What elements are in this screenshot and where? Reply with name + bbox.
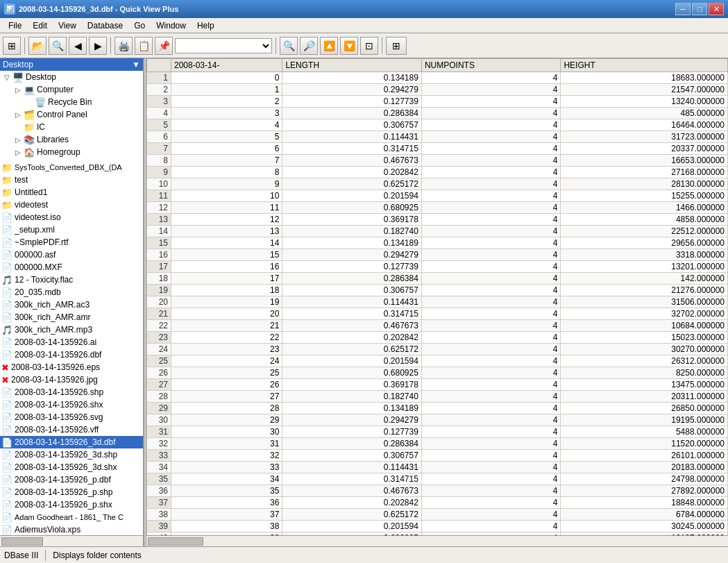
col-header-length[interactable]: LENGTH bbox=[282, 59, 422, 72]
table-row[interactable]: 15140.134189429656.000000 bbox=[147, 237, 728, 249]
table-row[interactable]: 320.127739413240.000000 bbox=[147, 96, 728, 108]
table-hscroll-thumb[interactable] bbox=[148, 537, 203, 546]
col-header-date[interactable]: 2008-03-14- bbox=[171, 59, 282, 72]
table-row[interactable]: 14130.182740422512.000000 bbox=[147, 226, 728, 237]
tree-item-test[interactable]: 📁 test bbox=[0, 174, 143, 186]
tree-item-ai[interactable]: 📄 2008-03-14-135926.ai bbox=[0, 336, 143, 348]
table-row[interactable]: 12110.68092541466.000000 bbox=[147, 202, 728, 214]
tree-item-3d-shx[interactable]: 📄 2008-03-14-135926_3d.shx bbox=[0, 461, 143, 473]
table-row[interactable]: 760.314715420337.000000 bbox=[147, 143, 728, 155]
find-next-button[interactable]: 🔎 bbox=[300, 37, 318, 55]
close-button[interactable]: ✕ bbox=[709, 3, 724, 15]
table-row[interactable]: 24230.625172430270.000000 bbox=[147, 344, 728, 355]
tree-item-p-shx[interactable]: 📄 2008-03-14-135926_p.shx bbox=[0, 498, 143, 511]
find-prev-button[interactable]: 🔍 bbox=[280, 37, 298, 55]
search-button[interactable]: 🔍 bbox=[49, 37, 67, 55]
tree-item-svg[interactable]: 📄 2008-03-14-135926.svg bbox=[0, 411, 143, 423]
table-row[interactable]: 21200.314715432702.000000 bbox=[147, 308, 728, 320]
tree-item-jpg[interactable]: ✖ 2008-03-14-135926.jpg bbox=[0, 373, 143, 386]
expand-homegroup[interactable]: ▷ bbox=[12, 149, 24, 156]
tree-item-p-shp[interactable]: 📄 2008-03-14-135926_p.shp bbox=[0, 486, 143, 498]
menu-help[interactable]: Help bbox=[192, 19, 220, 32]
table-row[interactable]: 23220.202842415023.000000 bbox=[147, 332, 728, 344]
table-row[interactable]: 36350.467673427892.000000 bbox=[147, 485, 728, 497]
minimize-button[interactable]: ─ bbox=[675, 3, 691, 15]
table-row[interactable]: 33320.306757426101.000000 bbox=[147, 450, 728, 462]
tree-item-3d-shp[interactable]: 📄 2008-03-14-135926_3d.shp bbox=[0, 448, 143, 461]
table-row[interactable]: 34330.114431420183.000000 bbox=[147, 462, 728, 473]
table-row[interactable]: 31300.12773945488.000000 bbox=[147, 426, 728, 438]
print-button[interactable]: 🖨️ bbox=[115, 37, 133, 55]
table-row[interactable]: 38370.62517246784.000000 bbox=[147, 509, 728, 521]
tree-item-smplepdf[interactable]: 📄 ~SmplePDF.rtf bbox=[0, 236, 143, 249]
table-row[interactable]: 540.306757416464.000000 bbox=[147, 119, 728, 131]
tree-item-systools[interactable]: 📁 SysTools_Converted_DBX_(DA bbox=[0, 161, 143, 174]
menu-window[interactable]: Window bbox=[151, 19, 192, 32]
tree-item-computer[interactable]: ▷ 💻 Computer bbox=[0, 83, 143, 96]
data-table-container[interactable]: 2008-03-14- LENGTH NUMPOINTS HEIGHT 100.… bbox=[146, 58, 728, 535]
tree-item-000000-mxf[interactable]: 📄 000000.MXF bbox=[0, 261, 143, 274]
expand-control-panel[interactable]: ▷ bbox=[12, 111, 24, 119]
menu-file[interactable]: File bbox=[3, 19, 27, 32]
table-row[interactable]: 25240.201594426312.000000 bbox=[147, 355, 728, 367]
view-combo[interactable] bbox=[175, 38, 272, 53]
table-row[interactable]: 27260.369178413475.000000 bbox=[147, 379, 728, 391]
tree-item-homegroup[interactable]: ▷ 🏠 Homegroup bbox=[0, 146, 143, 158]
menu-go[interactable]: Go bbox=[128, 19, 151, 32]
menu-edit[interactable]: Edit bbox=[27, 19, 53, 32]
open-button[interactable]: 📂 bbox=[28, 37, 46, 55]
table-row[interactable]: 18170.2863844142.000000 bbox=[147, 273, 728, 285]
table-row[interactable]: 35340.314715424798.000000 bbox=[147, 473, 728, 485]
tree-item-3d-dbf[interactable]: 📄 2008-03-14-135926_3d.dbf bbox=[0, 436, 143, 448]
tree-item-20035-mdb[interactable]: 📄 20_035.mdb bbox=[0, 286, 143, 299]
paste-button[interactable]: 📌 bbox=[155, 37, 173, 55]
left-panel-hscroll-thumb[interactable] bbox=[1, 537, 43, 546]
tree-item-recycle-bin[interactable]: 🗑️ Recycle Bin bbox=[0, 96, 143, 108]
table-row[interactable]: 17160.127739413201.000000 bbox=[147, 261, 728, 273]
table-row[interactable]: 39380.201594430245.000000 bbox=[147, 521, 728, 532]
tree-item-ic[interactable]: 📁 IC bbox=[0, 121, 143, 133]
table-row[interactable]: 37360.202842418848.000000 bbox=[147, 497, 728, 509]
menu-database[interactable]: Database bbox=[82, 19, 128, 32]
tree-item-eps[interactable]: ✖ 2008-03-14-135926.eps bbox=[0, 361, 143, 373]
tree-item-300k-ac3[interactable]: 📄 300k_rich_AMR.ac3 bbox=[0, 299, 143, 311]
copy-button[interactable]: 📋 bbox=[135, 37, 153, 55]
col-header-height[interactable]: HEIGHT bbox=[561, 59, 728, 72]
maximize-button[interactable]: □ bbox=[692, 3, 707, 15]
table-row[interactable]: 16150.29427943318.000000 bbox=[147, 249, 728, 261]
tree-item-vff[interactable]: 📄 2008-03-14-135926.vff bbox=[0, 423, 143, 436]
zoom-fit-button[interactable]: ⊡ bbox=[360, 37, 378, 55]
tree-item-toxicity[interactable]: 🎵 12 - Toxicity.flac bbox=[0, 274, 143, 286]
left-panel-hscroll[interactable] bbox=[0, 535, 143, 546]
table-row[interactable]: 13120.36917844858.000000 bbox=[147, 214, 728, 226]
table-row[interactable]: 30290.294279419195.000000 bbox=[147, 414, 728, 426]
table-row[interactable]: 210.294279421547.000000 bbox=[147, 84, 728, 96]
forward-button[interactable]: ▶ bbox=[89, 37, 107, 55]
tree-item-adam[interactable]: 📄 Adam Goodheart - 1861_ The C bbox=[0, 511, 143, 523]
back-button[interactable]: ◀ bbox=[69, 37, 87, 55]
table-row[interactable]: 19180.306757421276.000000 bbox=[147, 285, 728, 296]
expand-libraries[interactable]: ▷ bbox=[12, 136, 24, 144]
table-row[interactable]: 22210.467673410684.000000 bbox=[147, 320, 728, 332]
col-header-numpoints[interactable]: NUMPOINTS bbox=[421, 59, 561, 72]
tree-item-control-panel[interactable]: ▷ 🗂️ Control Panel bbox=[0, 108, 143, 121]
table-row[interactable]: 32310.286384411520.000000 bbox=[147, 438, 728, 450]
tree-item-000000-asf[interactable]: 📄 000000.asf bbox=[0, 249, 143, 261]
tree-item-300k-amr[interactable]: 📄 300k_rich_AMR.amr bbox=[0, 311, 143, 323]
tree-item-adiemus[interactable]: 📄 AdiemusViola.xps bbox=[0, 523, 143, 535]
table-row[interactable]: 100.134189418683.000000 bbox=[147, 72, 728, 84]
tree-item-libraries[interactable]: ▷ 📚 Libraries bbox=[0, 133, 143, 146]
table-row[interactable]: 29280.134189426850.000000 bbox=[147, 403, 728, 414]
tree-item-setup-xml[interactable]: 📄 _setup.xml bbox=[0, 224, 143, 236]
grid-button[interactable]: ⊞ bbox=[386, 37, 407, 55]
table-row[interactable]: 20190.114431431506.000000 bbox=[147, 296, 728, 308]
table-row[interactable]: 26250.68092548250.000000 bbox=[147, 367, 728, 379]
tree-item-p-dbf[interactable]: 📄 2008-03-14-135926_p.dbf bbox=[0, 473, 143, 486]
folder-nav-button[interactable]: ⊞ bbox=[3, 37, 21, 55]
menu-view[interactable]: View bbox=[53, 19, 82, 32]
table-row[interactable]: 980.202842427168.000000 bbox=[147, 167, 728, 178]
file-tree[interactable]: ▽ 🖥️ Desktop ▷ 💻 Computer 🗑️ Recycle Bin… bbox=[0, 71, 143, 535]
expand-computer[interactable]: ▷ bbox=[12, 86, 24, 94]
tree-item-dbf[interactable]: 📄 2008-03-14-135926.dbf bbox=[0, 348, 143, 361]
expand-desktop[interactable]: ▽ bbox=[1, 74, 12, 81]
